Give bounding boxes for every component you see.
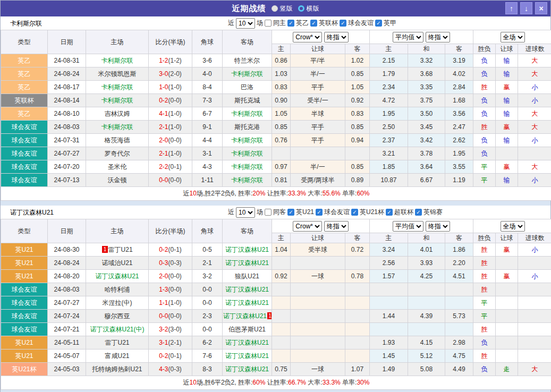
handicap: 平/半 bbox=[291, 54, 345, 67]
avg-away: 3.55 bbox=[445, 160, 473, 174]
avg-away: 3.56 bbox=[445, 107, 473, 121]
avg-away: 2.98 bbox=[445, 336, 473, 350]
vertical-radio-label: 竖版 bbox=[280, 4, 293, 13]
result-outcome: 负 bbox=[473, 336, 496, 350]
match-date: 24-08-24 bbox=[48, 257, 86, 270]
avg-draw: 5.12 bbox=[408, 350, 445, 363]
result-handicap bbox=[496, 336, 518, 350]
away-team: 卡利斯尔联 bbox=[223, 160, 272, 174]
subheader-odds-2: 客 bbox=[345, 233, 370, 243]
home-team: 哈特利浦 bbox=[86, 283, 149, 296]
avg-time-select[interactable]: 终指 bbox=[426, 32, 450, 42]
odds-home: 1.04 bbox=[272, 243, 291, 257]
column-header-score: 比分(半场) bbox=[149, 219, 192, 243]
result-goals: 小 bbox=[518, 94, 551, 107]
avg-home bbox=[370, 323, 408, 336]
subheader-result-0: 胜负 bbox=[473, 44, 496, 54]
score-cell: 0-2(0-1) bbox=[149, 243, 192, 257]
games-label: 场 bbox=[257, 208, 263, 217]
result-outcome: 平 bbox=[473, 160, 496, 174]
subheader-avg-1: 和 bbox=[408, 233, 445, 243]
avg-value-select[interactable]: 平均值 bbox=[393, 221, 423, 232]
home-team: 卡利斯尔联 bbox=[86, 54, 149, 67]
arrow-down-icon: ↓ bbox=[524, 4, 528, 13]
home-team: 雷丁U21 bbox=[86, 336, 149, 350]
odds-away bbox=[345, 147, 370, 160]
sections-container: 卡利斯尔联 近 10 场 同主✓英乙✓英联杯✓球会友谊✓英甲类型日期主场比分(半… bbox=[1, 16, 550, 392]
result-outcome: 胜 bbox=[473, 243, 496, 257]
filter-bar: 诺丁汉森林U21 近 10 场 同客✓英U21✓球会友谊✓英U21杯✓超联杯✓英… bbox=[1, 206, 550, 219]
league-checkbox[interactable]: ✓ bbox=[386, 209, 393, 216]
score-cell: 0-0(0-0) bbox=[149, 174, 192, 187]
column-header-away: 客场 bbox=[223, 219, 272, 243]
column-header-score: 比分(半场) bbox=[149, 30, 192, 54]
move-down-button[interactable]: ↓ bbox=[520, 2, 532, 14]
match-type: 英乙 bbox=[1, 81, 48, 94]
league-checkbox[interactable]: ✓ bbox=[310, 20, 317, 27]
handicap: 一球 bbox=[291, 270, 345, 283]
odds-time-select[interactable]: 终指 bbox=[324, 221, 349, 232]
odds-provider-select[interactable]: Crow* bbox=[293, 221, 322, 232]
odds-away: 0.72 bbox=[345, 243, 370, 257]
subheader-avg-2: 客 bbox=[445, 233, 473, 243]
result-outcome: 负 bbox=[473, 147, 496, 160]
subheader-odds-2: 客 bbox=[345, 44, 370, 54]
odds-away: 0.92 bbox=[345, 94, 370, 107]
result-goals bbox=[518, 147, 551, 160]
avg-home: 1.44 bbox=[370, 310, 408, 323]
result-scope-select[interactable]: 全场 bbox=[501, 221, 525, 232]
corner-cell: 2-3 bbox=[192, 310, 223, 323]
avg-away: 4.51 bbox=[445, 270, 473, 283]
league-checkbox[interactable]: ✓ bbox=[316, 209, 323, 216]
subheader-result-1: 让球 bbox=[496, 233, 518, 243]
result-goals: 小 bbox=[518, 270, 551, 283]
result-handicap: 赢 bbox=[496, 243, 518, 257]
league-checkbox[interactable]: ✓ bbox=[375, 20, 382, 27]
corner-cell: 7-3 bbox=[192, 94, 223, 107]
score-cell: 0-2(0-0) bbox=[149, 94, 192, 107]
corner-cell: 9-1 bbox=[192, 121, 223, 134]
league-checkbox[interactable]: ✓ bbox=[340, 20, 346, 27]
league-label: 球会友谊 bbox=[348, 19, 374, 28]
league-checkbox[interactable]: ✓ bbox=[415, 209, 422, 216]
avg-home: 3.24 bbox=[370, 243, 408, 257]
odds-provider-select[interactable]: Crow* bbox=[293, 32, 322, 42]
match-count-select[interactable]: 10 bbox=[236, 18, 255, 29]
result-goals bbox=[518, 323, 551, 336]
same-venue-checkbox[interactable] bbox=[265, 209, 272, 216]
match-type: 球会友谊 bbox=[1, 323, 48, 336]
match-row: 英U21杯24-05-03托特纳姆热刺U214-3(0-3)8-3诺丁汉森林U2… bbox=[1, 363, 551, 376]
same-venue-checkbox[interactable] bbox=[265, 20, 272, 27]
move-up-button[interactable]: ↑ bbox=[505, 2, 518, 14]
result-outcome: 胜 bbox=[473, 323, 496, 336]
odds-home: 0.97 bbox=[272, 160, 291, 174]
avg-draw bbox=[408, 296, 445, 310]
match-row: 球会友谊24-07-27罗奇代尔2-1(1-0)3-1卡利斯尔联3.213.78… bbox=[1, 147, 551, 160]
league-checkbox[interactable]: ✓ bbox=[287, 20, 294, 27]
league-checkbox[interactable]: ✓ bbox=[287, 209, 294, 216]
corner-cell: 7-6 bbox=[192, 350, 223, 363]
result-scope-select[interactable]: 全场 bbox=[501, 32, 525, 42]
match-date: 24-08-17 bbox=[48, 81, 86, 94]
home-team: 圣米伦 bbox=[86, 160, 149, 174]
home-team: 诺丁汉森林U21 bbox=[86, 270, 149, 283]
odds-time-select[interactable]: 终指 bbox=[324, 32, 349, 42]
odds-home: 1.03 bbox=[272, 67, 291, 81]
subheader-avg-1: 和 bbox=[408, 44, 445, 54]
avg-value-select[interactable]: 平均值 bbox=[393, 32, 423, 42]
avg-time-select[interactable]: 终指 bbox=[426, 221, 450, 232]
match-row: 球会友谊24-07-31格茨海德2-0(0-0)4-4卡利斯尔联0.76平手0.… bbox=[1, 134, 551, 147]
match-date: 24-05-11 bbox=[48, 336, 86, 350]
avg-draw: 4.01 bbox=[408, 243, 445, 257]
layout-horizontal-radio[interactable]: 横版 bbox=[298, 4, 319, 13]
avg-away bbox=[445, 296, 473, 310]
result-handicap bbox=[496, 147, 518, 160]
league-checkbox[interactable]: ✓ bbox=[351, 209, 358, 216]
score-cell: 3-1(2-1) bbox=[149, 336, 192, 350]
avg-draw: 3.78 bbox=[408, 147, 445, 160]
match-type: 球会友谊 bbox=[1, 147, 48, 160]
match-count-select[interactable]: 10 bbox=[236, 207, 255, 218]
layout-vertical-radio[interactable]: 竖版 bbox=[272, 4, 293, 13]
close-button[interactable]: × bbox=[535, 2, 547, 14]
match-row: 英乙24-08-24米尔顿凯恩斯3-0(2-0)4-0卡利斯尔联1.03半/一0… bbox=[1, 67, 551, 81]
